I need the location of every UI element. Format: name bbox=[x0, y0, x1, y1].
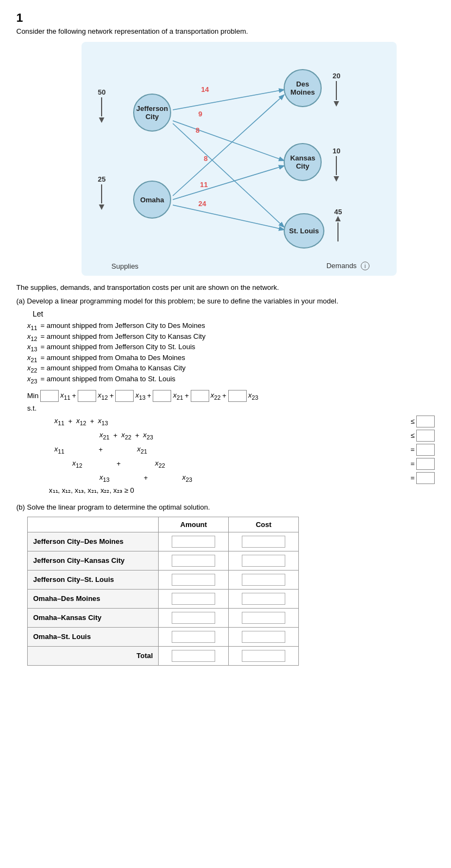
rhs-2-input[interactable] bbox=[416, 430, 435, 442]
cost-omaha-des-moines[interactable] bbox=[229, 589, 299, 608]
row-omaha-st-louis: Omaha–St. Louis bbox=[28, 627, 299, 646]
variable-definitions: x11 = amount shipped from Jefferson City… bbox=[27, 321, 435, 385]
route-omaha-des-moines: Omaha–Des Moines bbox=[28, 589, 159, 608]
total-label: Total bbox=[28, 646, 159, 665]
route-jc-des-moines: Jefferson City–Des Moines bbox=[28, 532, 159, 551]
node-omaha: Omaha bbox=[133, 181, 171, 219]
amount-jc-kansas-city[interactable] bbox=[159, 551, 229, 570]
cost-omaha-kansas-city[interactable] bbox=[229, 608, 299, 627]
cost-jc-st-louis[interactable] bbox=[229, 570, 299, 589]
network-diagram: 50 25 JeffersonCity Omaha Des Moines Kan… bbox=[82, 42, 397, 276]
route-omaha-st-louis: Omaha–St. Louis bbox=[28, 627, 159, 646]
row-total: Total bbox=[28, 646, 299, 665]
coeff-x23-input[interactable] bbox=[228, 390, 247, 402]
supply-25-label: 25 bbox=[98, 175, 105, 183]
cost-8-jc: 8 bbox=[196, 126, 199, 134]
svg-line-4 bbox=[173, 166, 284, 200]
cost-9: 9 bbox=[198, 110, 202, 118]
route-jc-st-louis: Jefferson City–St. Louis bbox=[28, 570, 159, 589]
svg-line-5 bbox=[173, 205, 284, 230]
cost-omaha-st-louis[interactable] bbox=[229, 627, 299, 646]
demand-20-label: 20 bbox=[333, 72, 340, 80]
let-label: Let bbox=[33, 309, 43, 318]
cost-24: 24 bbox=[198, 200, 206, 208]
node-jefferson: JeffersonCity bbox=[133, 94, 171, 132]
row-omaha-kansas-city: Omaha–Kansas City bbox=[28, 608, 299, 627]
svg-line-2 bbox=[173, 123, 284, 227]
coeff-x13-input[interactable] bbox=[115, 390, 134, 402]
part-a-label: (a) Develop a linear programming model f… bbox=[16, 297, 435, 305]
part-b-label: (b) Solve the linear program to determin… bbox=[16, 503, 435, 511]
network-arrows bbox=[82, 42, 397, 276]
amount-omaha-st-louis[interactable] bbox=[159, 627, 229, 646]
total-cost[interactable] bbox=[229, 646, 299, 665]
route-omaha-kansas-city: Omaha–Kansas City bbox=[28, 608, 159, 627]
rhs-3-input[interactable] bbox=[416, 444, 435, 456]
node-stlouis: St. Louis bbox=[284, 213, 324, 249]
svg-line-0 bbox=[173, 90, 284, 110]
min-label: Min bbox=[27, 392, 39, 400]
route-jc-kansas-city: Jefferson City–Kansas City bbox=[28, 551, 159, 570]
amount-jc-st-louis[interactable] bbox=[159, 570, 229, 589]
cost-jc-des-moines[interactable] bbox=[229, 532, 299, 551]
problem-number: 1 bbox=[16, 11, 435, 25]
amount-jc-des-moines[interactable] bbox=[159, 532, 229, 551]
supplies-label: Supplies bbox=[111, 262, 139, 270]
coeff-x12-input[interactable] bbox=[78, 390, 96, 402]
supply-50-label: 50 bbox=[98, 88, 105, 96]
rhs-1-input[interactable] bbox=[416, 416, 435, 427]
row-jc-kansas-city: Jefferson City–Kansas City bbox=[28, 551, 299, 570]
coeff-x11-input[interactable] bbox=[40, 390, 59, 402]
row-jc-des-moines: Jefferson City–Des Moines bbox=[28, 532, 299, 551]
cost-8-om: 8 bbox=[204, 154, 208, 163]
non-negativity: x₁₁, x₁₂, x₁₃, x₂₁, x₂₂, x₂₃ ≥ 0 bbox=[49, 486, 435, 494]
svg-line-3 bbox=[173, 95, 284, 196]
node-kansascity: KansasCity bbox=[284, 143, 322, 181]
demand-10-label: 10 bbox=[333, 147, 340, 155]
col-header-amount: Amount bbox=[159, 517, 229, 532]
solution-table: Amount Cost Jefferson City–Des Moines Je… bbox=[27, 517, 299, 666]
col-header-route bbox=[28, 517, 159, 532]
st-label: s.t. bbox=[27, 404, 435, 412]
cost-14: 14 bbox=[201, 85, 209, 94]
amount-omaha-des-moines[interactable] bbox=[159, 589, 229, 608]
rhs-5-input[interactable] bbox=[416, 472, 435, 484]
problem-intro: Consider the following network represent… bbox=[16, 27, 435, 35]
node-desmoines: Des Moines bbox=[284, 69, 322, 107]
info-icon[interactable]: i bbox=[361, 262, 369, 270]
cost-jc-kansas-city[interactable] bbox=[229, 551, 299, 570]
demand-45-label: 45 bbox=[334, 208, 342, 216]
coeff-x22-input[interactable] bbox=[191, 390, 209, 402]
col-header-cost: Cost bbox=[229, 517, 299, 532]
row-omaha-des-moines: Omaha–Des Moines bbox=[28, 589, 299, 608]
amount-omaha-kansas-city[interactable] bbox=[159, 608, 229, 627]
lp-model: Min x11 + x12 + x13 + x21 + x22 + x23 s.… bbox=[27, 390, 435, 494]
coeff-x21-input[interactable] bbox=[153, 390, 171, 402]
total-amount[interactable] bbox=[159, 646, 229, 665]
svg-line-1 bbox=[173, 121, 284, 160]
row-jc-st-louis: Jefferson City–St. Louis bbox=[28, 570, 299, 589]
cost-11: 11 bbox=[200, 181, 208, 189]
footnote: The supplies, demands, and transportatio… bbox=[16, 283, 435, 292]
rhs-4-input[interactable] bbox=[416, 458, 435, 470]
demands-label: Demands i bbox=[327, 262, 369, 270]
